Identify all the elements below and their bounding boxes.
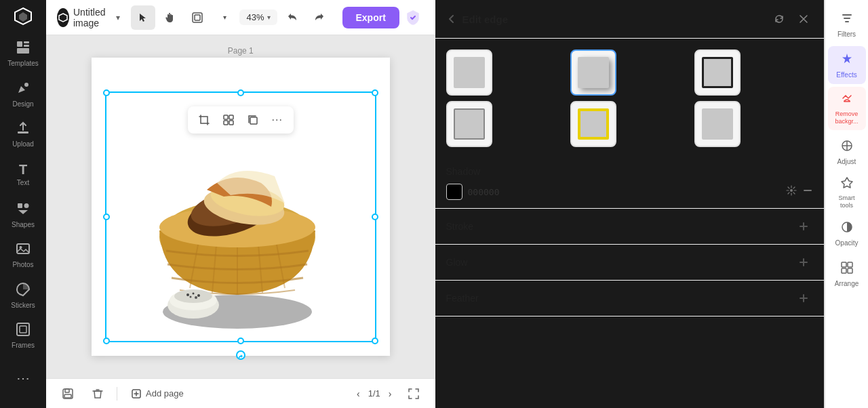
stroke-header[interactable]: Stroke bbox=[446, 217, 814, 236]
toolbar-logo bbox=[57, 8, 69, 27]
icon-panel-opacity[interactable]: Opacity bbox=[828, 214, 866, 252]
svg-rect-18 bbox=[224, 115, 228, 119]
edge-option-outline-dark[interactable] bbox=[694, 49, 741, 96]
frames-icon bbox=[16, 322, 31, 339]
save-button[interactable] bbox=[57, 383, 79, 405]
handle-top-left[interactable] bbox=[103, 89, 110, 96]
shadow-settings-button[interactable] bbox=[786, 185, 797, 199]
sidebar-templates-label: Templates bbox=[7, 60, 39, 67]
prev-page-button[interactable]: ‹ bbox=[354, 386, 363, 402]
shapes-icon bbox=[16, 201, 31, 218]
canvas-frame[interactable]: ··· bbox=[92, 58, 390, 356]
refresh-button[interactable] bbox=[770, 9, 789, 28]
toolbar-center: ▾ 43% ▾ bbox=[131, 5, 331, 30]
glow-header[interactable]: Glow bbox=[446, 253, 814, 272]
edge-option-thin-border[interactable] bbox=[446, 101, 492, 147]
sidebar-frames-label: Frames bbox=[12, 342, 35, 349]
hand-tool-button[interactable] bbox=[158, 5, 182, 30]
add-page-label: Add page bbox=[146, 388, 184, 399]
zoom-selector[interactable]: 43% ▾ bbox=[239, 9, 277, 25]
shadow-remove-button[interactable] bbox=[802, 185, 813, 199]
upload-icon bbox=[16, 121, 31, 138]
close-panel-button[interactable] bbox=[794, 9, 813, 28]
icon-panel-effects[interactable]: Effects bbox=[828, 46, 866, 84]
sidebar-item-shapes[interactable]: Shapes bbox=[4, 196, 42, 233]
icon-panel-smart-tools[interactable]: Smarttools bbox=[828, 174, 866, 211]
svg-rect-9 bbox=[17, 244, 29, 253]
sidebar-item-templates[interactable]: Templates bbox=[4, 35, 42, 73]
handle-middle-left[interactable] bbox=[103, 213, 110, 220]
file-name-area[interactable]: Untitled image ▾ bbox=[57, 7, 120, 28]
zoom-chevron-icon: ▾ bbox=[267, 14, 271, 21]
sidebar-item-text[interactable]: T Text bbox=[4, 156, 42, 193]
shadow-hex-input[interactable]: 000000 bbox=[468, 187, 781, 197]
sidebar-item-photos[interactable]: Photos bbox=[4, 237, 42, 274]
svg-rect-51 bbox=[844, 101, 850, 102]
handle-middle-right[interactable] bbox=[372, 213, 378, 220]
svg-rect-11 bbox=[17, 323, 29, 335]
handle-bottom-right[interactable] bbox=[372, 338, 378, 344]
icon-panel-arrange[interactable]: Arrange bbox=[828, 255, 866, 293]
delete-button[interactable] bbox=[87, 383, 108, 405]
edit-edge-panel: Edit edge bbox=[435, 0, 825, 408]
current-page: 1 bbox=[368, 388, 373, 399]
edge-options-grid bbox=[435, 39, 825, 158]
select-tool-button[interactable] bbox=[131, 5, 155, 30]
svg-rect-3 bbox=[17, 48, 29, 54]
bottom-bar: Add page ‹ 1/1 › bbox=[46, 378, 435, 408]
arrange-icon bbox=[840, 261, 854, 278]
svg-rect-13 bbox=[193, 13, 202, 22]
more-options-button[interactable]: ··· bbox=[267, 109, 288, 131]
panel-back-button[interactable] bbox=[446, 14, 457, 24]
sidebar-item-design[interactable]: Design bbox=[4, 75, 42, 113]
icon-panel-filters[interactable]: Filters bbox=[828, 5, 866, 43]
rotate-handle[interactable] bbox=[236, 350, 245, 360]
frame-view-button[interactable] bbox=[185, 5, 210, 30]
zoom-level: 43% bbox=[246, 12, 264, 22]
svg-rect-22 bbox=[250, 117, 257, 124]
crop-button[interactable] bbox=[193, 109, 215, 131]
handle-bottom-left[interactable] bbox=[103, 338, 110, 344]
duplicate-button[interactable] bbox=[242, 109, 264, 131]
filters-label: Filters bbox=[837, 30, 856, 38]
chevron-down-icon: ▾ bbox=[116, 13, 120, 22]
shadow-color-swatch[interactable] bbox=[446, 184, 462, 200]
icon-panel-adjust[interactable]: Adjust bbox=[828, 133, 866, 171]
edge-option-plain[interactable] bbox=[446, 49, 492, 96]
adjust-label: Adjust bbox=[837, 158, 856, 165]
handle-top-right[interactable] bbox=[372, 89, 378, 96]
sidebar-upload-label: Upload bbox=[12, 140, 34, 148]
fullscreen-button[interactable] bbox=[403, 383, 425, 405]
redo-button[interactable] bbox=[307, 5, 332, 30]
export-button[interactable]: Export bbox=[342, 7, 399, 28]
remove-bg-icon bbox=[840, 91, 854, 108]
app-logo bbox=[12, 5, 34, 27]
sidebar-item-frames[interactable]: Frames bbox=[4, 317, 42, 354]
frame-dropdown-button[interactable]: ▾ bbox=[212, 5, 237, 30]
icon-panel-remove-bg[interactable]: Removebackgr... bbox=[828, 87, 866, 130]
sidebar-item-stickers[interactable]: Stickers bbox=[4, 277, 42, 314]
panel-title: Edit edge bbox=[462, 14, 765, 25]
ellipsis-icon: ··· bbox=[272, 114, 283, 126]
svg-rect-2 bbox=[24, 45, 29, 47]
next-page-button[interactable]: › bbox=[386, 386, 395, 402]
layout-button[interactable] bbox=[218, 109, 239, 131]
svg-rect-12 bbox=[20, 326, 26, 333]
edge-option-soft[interactable] bbox=[694, 101, 741, 147]
sidebar-item-upload[interactable]: Upload bbox=[4, 115, 42, 152]
arrange-label: Arrange bbox=[835, 280, 859, 287]
feather-header[interactable]: Feather bbox=[446, 289, 814, 308]
stroke-add-button[interactable] bbox=[794, 217, 813, 236]
sidebar-item-more[interactable]: ⋯ bbox=[4, 360, 42, 397]
feather-add-button[interactable] bbox=[794, 289, 813, 308]
edge-option-shadow[interactable] bbox=[570, 49, 616, 96]
add-page-button[interactable]: Add page bbox=[125, 386, 189, 402]
glow-add-button[interactable] bbox=[794, 253, 813, 272]
undo-button[interactable] bbox=[280, 5, 304, 30]
svg-point-42 bbox=[195, 296, 197, 299]
glow-title: Glow bbox=[446, 257, 795, 268]
text-icon: T bbox=[19, 163, 27, 176]
photos-icon bbox=[16, 241, 31, 258]
svg-rect-50 bbox=[845, 21, 849, 22]
edge-option-yellow-border[interactable] bbox=[570, 101, 616, 147]
